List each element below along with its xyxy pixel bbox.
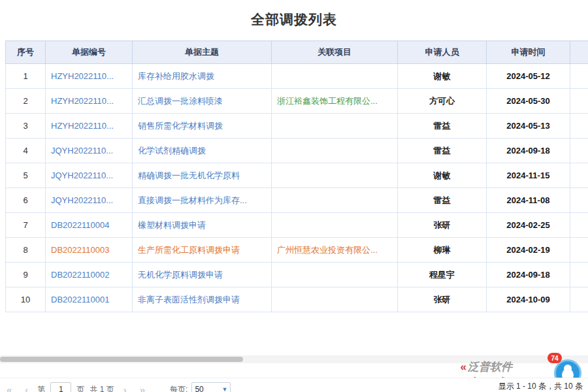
subject-link[interactable]: 橡塑材料调拨申请 [138, 220, 206, 230]
project-link[interactable]: 浙江裕鑫装饰工程有限公... [277, 96, 378, 106]
no-cell: 2 [6, 89, 46, 114]
subject-cell: 精确调拨一批无机化学原料 [133, 163, 272, 188]
subject-cell: 库存补给用胶水调拨 [133, 64, 272, 89]
subject-cell: 直接调拨一批材料作为库存... [133, 188, 272, 213]
column-header-no[interactable]: 序号 [6, 41, 46, 64]
no-cell: 9 [6, 263, 46, 287]
transfer-table: 序号单据编号单据主题关联项目申请人员申请时间审核人员 1HZYH2022110.… [5, 41, 588, 312]
code-cell: DB2022110001 [46, 287, 133, 312]
table-body: 1HZYH2022110...库存补给用胶水调拨谢敏2024-05-12谢敏2H… [6, 64, 588, 312]
code-cell: HZYH2022110... [46, 114, 133, 139]
code-cell: DB2022110002 [46, 263, 133, 287]
code-cell: JQYH2022110... [46, 139, 133, 163]
code-link[interactable]: DB2022110003 [51, 245, 109, 255]
per-page-select[interactable]: 50 ▼ [191, 382, 231, 392]
code-link[interactable]: HZYH2022110... [51, 121, 114, 131]
no-cell: 8 [6, 238, 46, 263]
horizontal-scrollbar-thumb[interactable] [0, 357, 243, 362]
code-link[interactable]: DB2022110001 [51, 295, 109, 304]
auditor-cell: 胡建 [570, 238, 588, 263]
subject-link[interactable]: 销售所需化学材料调拨 [138, 121, 223, 131]
subject-link[interactable]: 化学试剂精确调拨 [138, 146, 206, 155]
apply_time-cell: 2024-02-19 [487, 238, 570, 263]
code-link[interactable]: JQYH2022110... [51, 146, 113, 155]
project-cell [272, 163, 398, 188]
total-pages-label: 共 1 页 [90, 384, 114, 392]
code-cell: DB2022110003 [46, 238, 133, 263]
project-cell [272, 139, 398, 163]
chevron-down-icon: ▼ [221, 386, 227, 392]
no-cell: 10 [6, 287, 46, 312]
last-page-button[interactable]: » [140, 385, 145, 392]
applicant-cell: 雷益 [398, 114, 487, 139]
auditor-cell: 方可心 [570, 89, 588, 114]
auditor-cell: 雷益 [570, 139, 588, 163]
subject-link[interactable]: 库存补给用胶水调拨 [138, 71, 214, 81]
table-row: 2HZYH2022110...汇总调拨一批涂料喷漆浙江裕鑫装饰工程有限公...方… [6, 89, 588, 114]
column-header-apply_time[interactable]: 申请时间 [487, 41, 570, 64]
subject-cell: 化学试剂精确调拨 [133, 139, 272, 163]
subject-cell: 销售所需化学材料调拨 [133, 114, 272, 139]
page-input[interactable] [50, 382, 71, 392]
subject-link[interactable]: 无机化学原料调拨申请 [138, 270, 223, 280]
table-row: 5JQYH2022110...精确调拨一批无机化学原料谢敏2024-11-15谢… [6, 163, 588, 188]
code-link[interactable]: JQYH2022110... [51, 195, 113, 205]
no-cell: 5 [6, 163, 46, 188]
code-cell: HZYH2022110... [46, 64, 133, 89]
project-cell: 广州恒慧农业投资有限公... [272, 238, 398, 263]
table-row: 9DB2022110002无机化学原料调拨申请程星宇2024-09-18胡建 [6, 263, 588, 287]
subject-link[interactable]: 非离子表面活性剂调拨申请 [138, 295, 240, 304]
first-page-button[interactable]: « [7, 385, 12, 392]
code-cell: JQYH2022110... [46, 163, 133, 188]
code-link[interactable]: JQYH2022110... [51, 171, 113, 180]
subject-link[interactable]: 汇总调拨一批涂料喷漆 [138, 96, 223, 106]
applicant-cell: 谢敏 [398, 64, 487, 89]
no-cell: 4 [6, 139, 46, 163]
prev-page-button[interactable]: ‹ [25, 385, 28, 392]
subject-link[interactable]: 生产所需化工原料调拨申请 [138, 245, 240, 255]
next-page-button[interactable]: › [123, 385, 127, 392]
code-cell: DB2022110004 [46, 213, 133, 238]
applicant-cell: 谢敏 [398, 163, 487, 188]
no-cell: 1 [6, 64, 46, 89]
column-header-auditor[interactable]: 审核人员 [570, 41, 588, 64]
subject-cell: 汇总调拨一批涂料喷漆 [133, 89, 272, 114]
subject-link[interactable]: 直接调拨一批材料作为库存... [138, 195, 247, 205]
auditor-cell: 谢敏 [570, 163, 588, 188]
auditor-cell: 雷益 [570, 188, 588, 213]
page-label-after: 页 [76, 384, 84, 392]
table-row: 3HZYH2022110...销售所需化学材料调拨雷益2024-05-13雷益 [6, 114, 588, 139]
code-link[interactable]: DB2022110004 [51, 220, 109, 230]
subject-cell: 无机化学原料调拨申请 [133, 263, 272, 287]
applicant-cell: 柳琳 [398, 238, 487, 263]
per-page-label: 每页: [170, 384, 188, 392]
table-row: 8DB2022110003生产所需化工原料调拨申请广州恒慧农业投资有限公...柳… [6, 238, 588, 263]
column-header-project[interactable]: 关联项目 [272, 41, 398, 64]
subject-cell: 生产所需化工原料调拨申请 [133, 238, 272, 263]
transfer-table-wrap: 序号单据编号单据主题关联项目申请人员申请时间审核人员 1HZYH2022110.… [5, 41, 588, 312]
apply_time-cell: 2024-09-18 [487, 263, 570, 287]
column-header-applicant[interactable]: 申请人员 [398, 41, 487, 64]
column-header-subject[interactable]: 单据主题 [133, 41, 272, 64]
code-link[interactable]: HZYH2022110... [51, 71, 114, 81]
code-link[interactable]: HZYH2022110... [51, 96, 114, 106]
column-header-code[interactable]: 单据编号 [46, 41, 133, 64]
subject-cell: 非离子表面活性剂调拨申请 [133, 287, 272, 312]
subject-cell: 橡塑材料调拨申请 [133, 213, 272, 238]
applicant-cell: 雷益 [398, 139, 487, 163]
notification-badge: 74 [547, 353, 562, 363]
table-row: 10DB2022110001非离子表面活性剂调拨申请张研2024-10-09胡建 [6, 287, 588, 312]
table-row: 6JQYH2022110...直接调拨一批材料作为库存...雷益2024-11-… [6, 188, 588, 213]
apply_time-cell: 2024-11-15 [487, 163, 570, 188]
no-cell: 7 [6, 213, 46, 238]
project-cell [272, 188, 398, 213]
record-summary: 显示 1 - 10 条，共 10 条 [498, 381, 583, 392]
auditor-cell: 胡建 [570, 287, 588, 312]
project-cell [272, 213, 398, 238]
subject-link[interactable]: 精确调拨一批无机化学原料 [138, 171, 240, 180]
code-link[interactable]: DB2022110002 [51, 270, 109, 280]
horizontal-scrollbar[interactable] [0, 355, 588, 363]
project-link[interactable]: 广州恒慧农业投资有限公... [277, 245, 378, 255]
pagination-bar: « ‹ 第 页 共 1 页 › » 每页: 50 ▼ 显示 1 - 10 条，共… [0, 378, 588, 392]
page-title: 全部调拨列表 [0, 0, 588, 37]
